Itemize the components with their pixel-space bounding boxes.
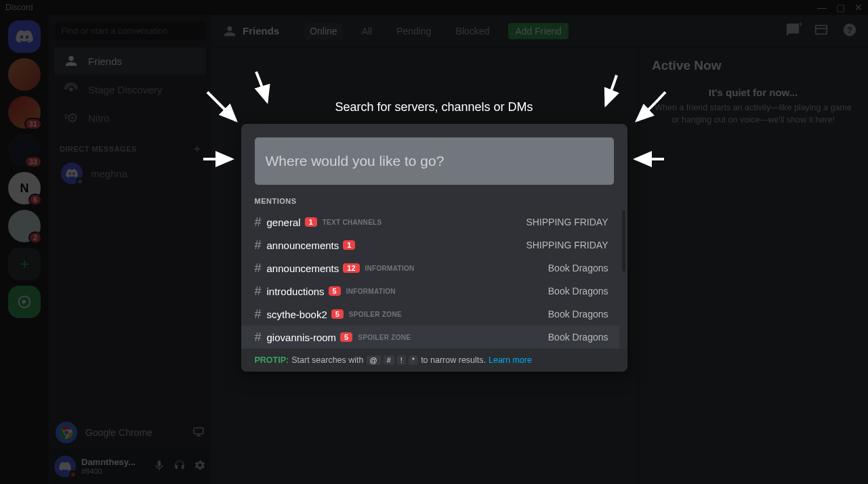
- hash-icon: #: [255, 307, 262, 322]
- quickswitcher-result[interactable]: #introductions5INFORMATIONBook Dragons: [241, 280, 619, 303]
- results-section-label: MENTIONS: [241, 197, 627, 211]
- result-channel: announcements: [267, 240, 339, 251]
- mention-count: 5: [340, 332, 352, 342]
- key-star: *: [409, 355, 418, 365]
- result-server: Book Dragons: [548, 263, 608, 273]
- key-hash: #: [384, 355, 394, 365]
- result-server: SHIPPING FRIDAY: [526, 240, 608, 250]
- mention-count: 5: [331, 309, 344, 319]
- result-category: INFORMATION: [346, 288, 396, 295]
- quickswitcher-result[interactable]: #scythe-book25SPOILER ZONEBook Dragons: [241, 303, 619, 326]
- protip-label: PROTIP:: [255, 355, 289, 365]
- result-channel: announcements: [267, 263, 339, 274]
- result-server: Book Dragons: [548, 309, 608, 320]
- result-channel: giovannis-room: [267, 332, 337, 343]
- result-category: TEXT CHANNELS: [323, 219, 382, 226]
- quickswitcher-result[interactable]: #announcements12INFORMATIONBook Dragons: [241, 257, 619, 280]
- quickswitcher-results: #general1TEXT CHANNELSSHIPPING FRIDAY#an…: [241, 211, 627, 349]
- quickswitcher-modal: MENTIONS #general1TEXT CHANNELSSHIPPING …: [241, 124, 627, 372]
- quickswitcher-title: Search for servers, channels or DMs: [335, 100, 533, 114]
- scrollbar-thumb[interactable]: [622, 211, 625, 271]
- result-category: INFORMATION: [365, 265, 415, 272]
- result-server: SHIPPING FRIDAY: [526, 217, 608, 227]
- hash-icon: #: [255, 284, 262, 299]
- quickswitcher-result[interactable]: #announcements1SHIPPING FRIDAY: [241, 234, 619, 257]
- hash-icon: #: [255, 238, 262, 252]
- result-server: Book Dragons: [548, 332, 608, 343]
- mention-count: 1: [343, 240, 355, 250]
- hash-icon: #: [255, 330, 262, 345]
- key-bang: !: [397, 355, 406, 365]
- quickswitcher-result[interactable]: #general1TEXT CHANNELSSHIPPING FRIDAY: [241, 211, 619, 234]
- result-category: SPOILER ZONE: [349, 311, 402, 318]
- result-channel: general: [267, 217, 301, 228]
- quickswitcher-modal-wrap: Search for servers, channels or DMs MENT…: [0, 0, 868, 484]
- result-category: SPOILER ZONE: [358, 334, 411, 341]
- mention-count: 12: [343, 263, 359, 273]
- quickswitcher-input[interactable]: [266, 153, 603, 169]
- key-at: @: [367, 355, 381, 365]
- mention-count: 5: [329, 286, 341, 296]
- protip-text: Start searches with: [291, 355, 363, 365]
- hash-icon: #: [255, 261, 262, 276]
- learn-more-link[interactable]: Learn more: [489, 355, 532, 365]
- quickswitcher-input-wrap[interactable]: [255, 137, 614, 185]
- quickswitcher-result[interactable]: #giovannis-room5SPOILER ZONEBook Dragons: [241, 326, 619, 349]
- mention-count: 1: [305, 217, 317, 227]
- protip-text2: to narrow results.: [421, 355, 486, 365]
- protip-bar: PROTIP: Start searches with @ # ! * to n…: [241, 349, 627, 372]
- result-channel: introductions: [267, 286, 325, 297]
- result-server: Book Dragons: [548, 286, 608, 296]
- hash-icon: #: [255, 215, 262, 229]
- result-channel: scythe-book2: [267, 309, 327, 320]
